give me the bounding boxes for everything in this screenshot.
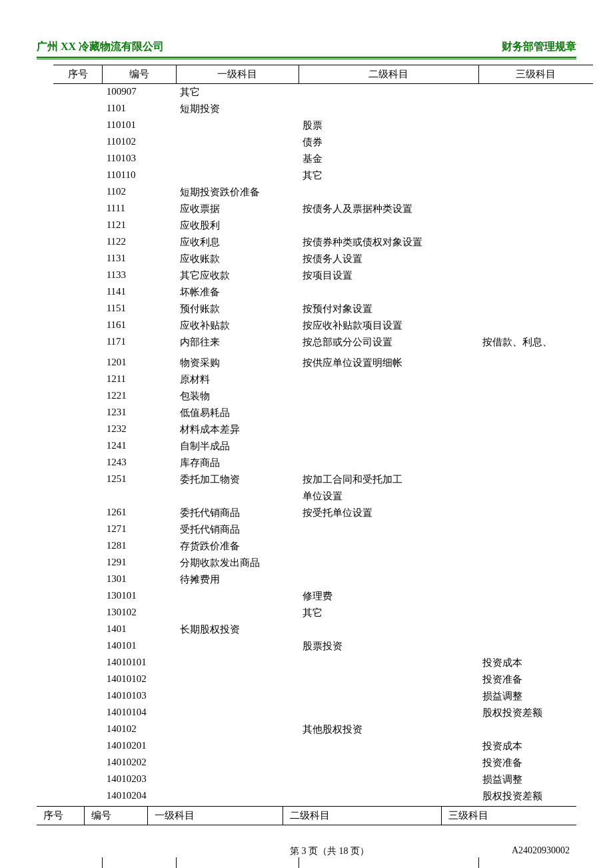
company-name: 广州 XX 冷藏物流有限公司 — [37, 40, 164, 54]
cell-l2: 其他股权投资 — [299, 721, 478, 738]
cell-seq — [53, 117, 103, 134]
table-row: 14010101投资成本 — [53, 655, 593, 671]
cell-l3 — [478, 117, 593, 134]
cell-l2: 债券 — [299, 134, 478, 151]
cell-seq — [53, 571, 103, 588]
cell-l2: 按债务人及票据种类设置 — [299, 201, 478, 217]
cell-l2 — [299, 438, 478, 455]
table-row: 130102其它 — [53, 605, 593, 621]
cell-l2 — [299, 755, 478, 771]
cell-l1: 分期收款发出商品 — [176, 555, 299, 571]
cell-l3 — [478, 217, 593, 234]
table-row: 1101短期投资 — [53, 101, 593, 117]
cell-seq — [53, 671, 103, 688]
cell-code: 130102 — [103, 605, 176, 621]
cell-l1 — [176, 588, 299, 605]
cell-seq — [53, 421, 103, 438]
cell-code: 14010102 — [103, 671, 176, 688]
cell-l2 — [299, 421, 478, 438]
table-row: 14010201投资成本 — [53, 738, 593, 755]
table-row: 14010104股权投资差额 — [53, 705, 593, 721]
cell-code: 100907 — [103, 84, 176, 101]
cell-seq — [53, 488, 103, 505]
cell-code: 1291 — [103, 555, 176, 571]
table-row: 1122应收利息按债券种类或债权对象设置 — [53, 234, 593, 251]
cell-l2 — [299, 388, 478, 405]
cell-code: 1111 — [103, 201, 176, 217]
cell-code: 14010203 — [103, 771, 176, 788]
cell-code: 110102 — [103, 134, 176, 151]
cell-code: 1281 — [103, 538, 176, 555]
cell-seq — [53, 405, 103, 421]
footer-table-header: 序号 编号 一级科目 二级科目 三级科目 — [37, 806, 576, 825]
cell-l1: 应收账款 — [176, 251, 299, 267]
cell-code: 1251 — [103, 471, 176, 488]
cell-code: 110101 — [103, 117, 176, 134]
cell-l1: 短期投资 — [176, 101, 299, 117]
cell-code: 14010202 — [103, 755, 176, 771]
cell-l3: 投资准备 — [478, 755, 593, 771]
cell-l1: 材料成本差异 — [176, 421, 299, 438]
cell-l1: 原材料 — [176, 371, 299, 388]
cell-l3: 按借款、利息、 — [478, 334, 593, 351]
cell-l1 — [176, 721, 299, 738]
cell-l2 — [299, 371, 478, 388]
cell-l2 — [299, 521, 478, 538]
cell-l2 — [299, 538, 478, 555]
cell-l3 — [478, 438, 593, 455]
extra-grid-lines — [53, 857, 593, 868]
cell-l3 — [478, 571, 593, 588]
table-row: 1131应收账款按债务人设置 — [53, 251, 593, 267]
cell-l1: 应收股利 — [176, 217, 299, 234]
cell-l3 — [478, 317, 593, 334]
cell-l2: 按受托单位设置 — [299, 505, 478, 521]
table-row: 14010102投资准备 — [53, 671, 593, 688]
table-row: 130101修理费 — [53, 588, 593, 605]
table-row: 1151预付账款按预付对象设置 — [53, 301, 593, 317]
fcol-l1: 一级科目 — [148, 807, 283, 825]
cell-l2 — [299, 788, 478, 805]
cell-seq — [53, 184, 103, 201]
table-row: 100907其它 — [53, 84, 593, 101]
cell-l3 — [478, 284, 593, 301]
table-row: 140102其他股权投资 — [53, 721, 593, 738]
cell-seq — [53, 388, 103, 405]
doc-title: 财务部管理规章 — [502, 40, 576, 54]
cell-code: 1271 — [103, 521, 176, 538]
cell-l1: 委托代销商品 — [176, 505, 299, 521]
table-row: 1201物资采购按供应单位设置明细帐 — [53, 355, 593, 371]
cell-l2: 按债券种类或债权对象设置 — [299, 234, 478, 251]
cell-l3 — [478, 184, 593, 201]
cell-l3 — [478, 555, 593, 571]
cell-l2 — [299, 738, 478, 755]
cell-l1: 待摊费用 — [176, 571, 299, 588]
table-row: 1141坏帐准备 — [53, 284, 593, 301]
cell-code: 140102 — [103, 721, 176, 738]
cell-code: 1211 — [103, 371, 176, 388]
cell-code: 1161 — [103, 317, 176, 334]
cell-seq — [53, 455, 103, 471]
cell-l3: 股权投资差额 — [478, 705, 593, 721]
cell-seq — [53, 217, 103, 234]
cell-seq — [53, 84, 103, 101]
cell-l2: 按债务人设置 — [299, 251, 478, 267]
cell-seq — [53, 705, 103, 721]
cell-code: 1221 — [103, 388, 176, 405]
page-header: 广州 XX 冷藏物流有限公司 财务部管理规章 — [37, 40, 576, 58]
cell-code: 1141 — [103, 284, 176, 301]
cell-l3 — [478, 538, 593, 555]
cell-code: 14010101 — [103, 655, 176, 671]
table-row: 1161应收补贴款按应收补贴款项目设置 — [53, 317, 593, 334]
table-row: 14010202投资准备 — [53, 755, 593, 771]
cell-l1: 存货跌价准备 — [176, 538, 299, 555]
cell-l1 — [176, 671, 299, 688]
cell-l3 — [478, 301, 593, 317]
cell-l3 — [478, 588, 593, 605]
cell-l2: 按预付对象设置 — [299, 301, 478, 317]
cell-code: 1201 — [103, 355, 176, 371]
cell-code: 1401 — [103, 621, 176, 638]
cell-seq — [53, 234, 103, 251]
cell-l2 — [299, 555, 478, 571]
cell-l2 — [299, 655, 478, 671]
cell-seq — [53, 267, 103, 284]
